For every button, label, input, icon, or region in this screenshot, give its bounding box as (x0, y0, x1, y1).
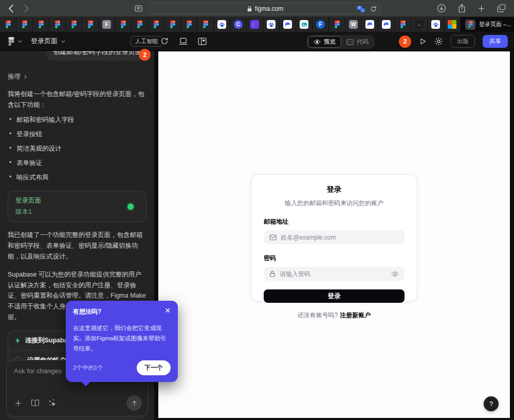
assistant-summary: 我已创建了一个功能完整的登录页面，包含邮箱和密码字段、表单验证、密码显示/隐藏切… (8, 230, 146, 262)
message-count-badge[interactable]: 2 (139, 49, 151, 61)
browser-tab-paw[interactable] (428, 17, 444, 32)
browser-tab-figma[interactable] (16, 17, 33, 32)
lock-icon (269, 270, 276, 277)
login-title: 登录 (264, 185, 405, 194)
supabase-bolt-icon (14, 337, 21, 344)
figma-toolbar: 登录页面 人工智能 预览 代码 2 (0, 32, 514, 51)
list-item: 表单验证 (8, 159, 146, 168)
svg-text:文: 文 (361, 9, 364, 12)
file-title[interactable]: 登录页面 (31, 36, 58, 46)
signup-link[interactable]: 注册新账户 (340, 312, 371, 319)
browser-tab-paw[interactable] (263, 17, 280, 32)
reload-icon[interactable] (370, 6, 377, 12)
layout-panels-icon[interactable] (198, 38, 207, 45)
restart-icon[interactable] (160, 37, 169, 45)
browser-back-icon[interactable] (8, 4, 14, 13)
user-message-bubble: 创建邮箱/密码字段的登录页面 (46, 51, 149, 61)
browser-tab-paw[interactable] (214, 17, 230, 32)
assistant-intro: 我将创建一个包含邮箱/密码字段的登录页面，包含以下功能： (8, 89, 146, 110)
browser-tab-figma[interactable] (82, 17, 99, 32)
view-mode-switch: 预览 代码 (307, 35, 375, 49)
email-label: 邮箱地址 (264, 217, 405, 226)
svg-text:A: A (358, 6, 360, 9)
reasoning-toggle[interactable]: 推理 (8, 72, 146, 81)
tab-preview[interactable]: 预览 (308, 36, 341, 48)
next-button[interactable]: 下一个 (137, 360, 171, 375)
browser-tab-figma[interactable] (329, 17, 345, 32)
help-button[interactable]: ? (484, 396, 499, 411)
browser-tab-figma[interactable] (148, 17, 164, 32)
publish-button[interactable]: 出版 (451, 35, 475, 48)
email-field-box (264, 230, 405, 244)
browser-tab-ai-img[interactable] (296, 17, 313, 32)
browser-tab-figma[interactable] (181, 17, 197, 32)
notification-badge[interactable]: 2 (399, 35, 411, 48)
login-subtitle: 输入您的邮箱和密码来访问您的账户 (264, 199, 405, 208)
tooltip-progress: 2个中的1个 (73, 364, 103, 372)
downloads-icon[interactable] (437, 4, 446, 13)
browser-tab-figma[interactable] (197, 17, 214, 32)
tab-overview-icon[interactable] (132, 4, 145, 13)
browser-tab-whale[interactable] (280, 17, 296, 32)
tab-strip: FCFW 登录页面 –... (0, 17, 514, 32)
password-field[interactable] (280, 270, 387, 278)
login-submit-button[interactable]: 登录 (264, 289, 405, 303)
user-message-clip: 创建邮箱/密码字段的登录页面 (0, 51, 154, 62)
point-edit-cursor-icon[interactable] (48, 399, 57, 408)
tooltip-title: 有想法吗? (73, 307, 101, 316)
browser-tab-f-blue[interactable]: F (313, 17, 329, 32)
active-browser-tab[interactable]: 登录页面 –... (461, 17, 514, 32)
version-card-version: 版本1 (15, 208, 41, 216)
code-label: 代码 (357, 38, 369, 46)
browser-tab-figma[interactable] (395, 17, 411, 32)
browser-tab-figma[interactable] (0, 17, 16, 32)
login-card: 登录 输入您的邮箱和密码来访问您的账户 邮箱地址 密码 登录 还没有账号吗?注册… (251, 174, 417, 302)
browser-tab-dark-face[interactable] (411, 17, 428, 32)
toggle-password-eye-icon[interactable] (391, 271, 399, 277)
password-label: 密码 (264, 254, 405, 263)
browser-tab-figma[interactable] (164, 17, 181, 32)
share-icon[interactable] (458, 4, 466, 13)
email-field[interactable] (281, 234, 399, 241)
gear-icon[interactable] (434, 37, 443, 46)
chevron-down-icon[interactable] (18, 40, 22, 43)
close-icon[interactable]: ✕ (164, 307, 171, 314)
share-button[interactable]: 共享 (483, 35, 508, 48)
browser-tab-figma[interactable] (66, 17, 82, 32)
eye-icon (314, 39, 321, 45)
browser-tab-figma[interactable] (132, 17, 148, 32)
figma-menu-icon[interactable] (8, 37, 14, 46)
new-tab-icon[interactable] (478, 5, 485, 12)
lock-icon (247, 6, 252, 12)
list-item: 简洁美观的设计 (8, 144, 146, 153)
send-button[interactable] (126, 395, 142, 411)
show-tabs-icon[interactable] (497, 4, 506, 12)
browser-tab-w-grey[interactable]: W (345, 17, 362, 32)
browser-tab-whale[interactable] (362, 17, 378, 32)
version-card[interactable]: 登录页面 版本1 (8, 191, 146, 222)
browser-tab-quark[interactable] (247, 17, 263, 32)
browser-tab-whale[interactable] (378, 17, 395, 32)
tab-code[interactable]: 代码 (341, 36, 374, 48)
chevron-down-icon[interactable] (61, 40, 65, 43)
feature-list: 邮箱和密码输入字段 登录按钮 简洁美观的设计 表单验证 响应式布局 (8, 116, 146, 182)
attach-plus-icon[interactable] (14, 399, 22, 407)
browser-tab-f-grey[interactable]: F (99, 17, 115, 32)
browser-tab-c-circle[interactable]: C (230, 17, 247, 32)
reasoning-label: 推理 (8, 72, 21, 81)
browser-tab-figma[interactable] (33, 17, 49, 32)
play-icon[interactable] (419, 38, 427, 45)
active-tab-title: 登录页面 –... (479, 21, 511, 28)
browser-tab-figma[interactable] (49, 17, 66, 32)
browser-tab-ms-grid[interactable] (444, 17, 461, 32)
guidelines-book-icon[interactable] (31, 399, 40, 407)
list-item: 邮箱和密码输入字段 (8, 116, 146, 124)
address-bar[interactable]: figma.com A文 (150, 3, 381, 14)
browser-tab-figma[interactable] (115, 17, 132, 32)
browser-forward-icon[interactable] (24, 4, 29, 13)
translate-icon[interactable]: A文 (357, 5, 365, 13)
preview-label: 预览 (324, 38, 336, 46)
code-icon (346, 39, 354, 45)
version-card-title: 登录页面 (15, 196, 41, 205)
device-preview-icon[interactable] (179, 38, 188, 45)
